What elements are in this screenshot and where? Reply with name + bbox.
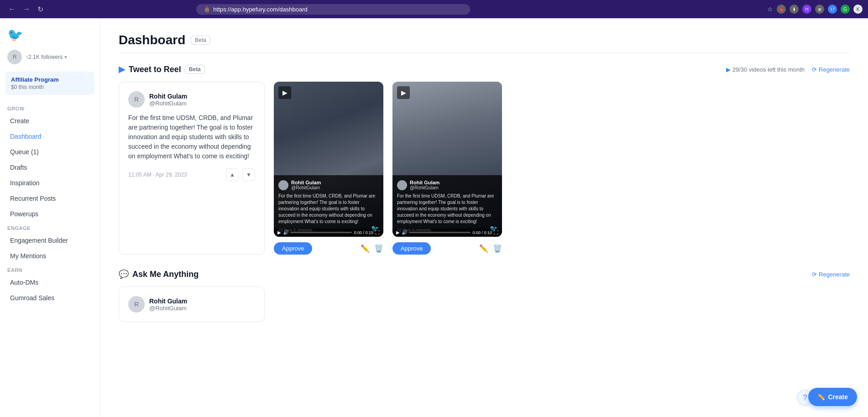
ext-icon-4[interactable]: G xyxy=(841,5,850,14)
video-preview-1: ▶ Rohit Gulam @RohitGulam For the first … xyxy=(274,82,383,237)
sidebar-item-recurrent-posts[interactable]: Recurrent Posts xyxy=(3,191,97,206)
tweet-body: For the first time UDSM, CRDB, and Pluma… xyxy=(128,113,255,161)
bookmark-ext-icon[interactable]: 🔖 xyxy=(777,5,786,14)
video-actions-1: Approve ✏️ 🗑️ xyxy=(274,242,383,255)
sidebar-item-inspiration[interactable]: Inspiration xyxy=(3,176,97,190)
video-actions-2: Approve ✏️ 🗑️ xyxy=(392,242,502,255)
affiliate-card[interactable]: Affiliate Program $0 this month xyxy=(5,72,94,95)
ask-icon: 💬 xyxy=(119,269,129,279)
approve-button-1[interactable]: Approve xyxy=(274,242,312,255)
url-text: https://app.hypefury.com/dashboard xyxy=(213,6,307,13)
video-card-1: ▶ Rohit Gulam @RohitGulam For the first … xyxy=(274,82,383,255)
download-ext-icon[interactable]: ⬇ xyxy=(790,5,799,14)
app-layout: 🐦 R ↑2.1K followers ▾ Affiliate Program … xyxy=(0,18,868,417)
ext-icon-2[interactable]: ⊕ xyxy=(815,5,824,14)
user-followers: ↑2.1K followers ▾ xyxy=(26,54,67,60)
ask-me-anything-section: 💬 Ask Me Anything ⟳ Regenerate R Rohit G… xyxy=(119,269,850,322)
sidebar-item-drafts-label: Drafts xyxy=(10,164,27,171)
chevron-down-button[interactable]: ▼ xyxy=(242,168,255,181)
refresh-button[interactable]: ↻ xyxy=(35,4,46,15)
progress-bar-2 xyxy=(409,232,471,233)
tweet-author-name: Rohit Gulam xyxy=(149,93,187,100)
play-icon-2[interactable]: ▶ xyxy=(397,86,410,99)
sidebar-item-powerups[interactable]: Powerups xyxy=(3,207,97,221)
help-icon: ? xyxy=(803,394,807,402)
play-ctrl-icon-2[interactable]: ▶ xyxy=(396,230,400,235)
video-card-2: ▶ Rohit Gulam @RohitGulam For the first … xyxy=(392,82,502,255)
tweet-to-reel-header: ▶ Tweet to Reel Beta ▶ 29/30 videos left… xyxy=(119,64,850,74)
affiliate-subtitle: $0 this month xyxy=(11,84,89,90)
video-avatar-1 xyxy=(278,180,288,190)
star-icon[interactable]: ☆ xyxy=(767,5,773,13)
video-overlay-1: Rohit Gulam @RohitGulam For the first ti… xyxy=(274,175,383,237)
ext-icon-3[interactable]: 17 xyxy=(828,5,837,14)
ext-icon-5[interactable]: K xyxy=(853,5,863,14)
tweet-timestamp: 11:05 AM · Apr 29, 2023 ▲ ▼ xyxy=(128,168,255,181)
tweet-source-card: R Rohit Gulam @RohitGulam For the first … xyxy=(119,82,265,255)
fullscreen-icon-1[interactable]: ⛶ xyxy=(375,230,380,235)
video-author-2: Rohit Gulam xyxy=(410,180,439,185)
user-info[interactable]: R ↑2.1K followers ▾ xyxy=(0,50,100,72)
sidebar-item-engagement-builder[interactable]: Engagement Builder xyxy=(3,233,97,248)
browser-nav: ← → ↻ xyxy=(5,4,46,15)
tweet-to-reel-label: Tweet to Reel xyxy=(129,65,181,74)
delete-icon-1[interactable]: 🗑️ xyxy=(374,244,383,253)
video-preview-2: ▶ Rohit Gulam @RohitGulam For the first … xyxy=(392,82,502,237)
tweet-author-handle: @RohitGulam xyxy=(149,100,187,107)
earn-section-label: EARN xyxy=(0,264,100,275)
create-icon: ✏️ xyxy=(817,393,825,401)
url-bar[interactable]: 🔒 https://app.hypefury.com/dashboard xyxy=(196,4,470,15)
video-icon-actions-1: ✏️ 🗑️ xyxy=(361,244,383,253)
grow-section-label: GROW xyxy=(0,102,100,113)
sidebar-logo: 🐦 xyxy=(0,24,100,50)
video-handle-2: @RohitGulam xyxy=(410,185,439,190)
ask-tweet-card: R Rohit Gulam @RohitGulam xyxy=(119,287,265,322)
regenerate-label: Regenerate xyxy=(819,66,850,73)
sidebar: 🐦 R ↑2.1K followers ▾ Affiliate Program … xyxy=(0,18,100,417)
tweet-time-text: 11:05 AM · Apr 29, 2023 xyxy=(128,172,187,178)
sidebar-item-gumroad-sales-label: Gumroad Sales xyxy=(10,294,54,302)
avatar: R xyxy=(7,50,22,64)
tweet-card-header: R Rohit Gulam @RohitGulam xyxy=(128,91,255,108)
video-tweet-header-1: Rohit Gulam @RohitGulam xyxy=(278,180,379,190)
ask-tweet-author: Rohit Gulam xyxy=(149,297,187,305)
engage-section-label: ENGAGE xyxy=(0,222,100,233)
edit-icon-2[interactable]: ✏️ xyxy=(479,244,488,253)
tweet-chevrons[interactable]: ▲ ▼ xyxy=(226,168,255,181)
ask-me-anything-title: 💬 Ask Me Anything xyxy=(119,269,199,279)
chevron-up-button[interactable]: ▲ xyxy=(226,168,239,181)
video-tweet-header-2: Rohit Gulam @RohitGulam xyxy=(397,180,497,190)
play-ctrl-icon-1[interactable]: ▶ xyxy=(277,230,281,235)
ask-regenerate-button[interactable]: ⟳ Regenerate xyxy=(812,271,850,278)
video-controls-2: ▶ 🔊 0:00 / 0:10 ⛶ xyxy=(392,228,502,237)
sidebar-item-dashboard-label: Dashboard xyxy=(10,133,42,140)
sidebar-item-auto-dms-label: Auto-DMs xyxy=(10,279,38,286)
ext-icon-1[interactable]: H xyxy=(802,5,811,14)
play-icon-1[interactable]: ▶ xyxy=(278,86,291,99)
tweet-to-reel-section: ▶ Tweet to Reel Beta ▶ 29/30 videos left… xyxy=(119,64,850,255)
back-button[interactable]: ← xyxy=(5,4,18,15)
volume-icon-1[interactable]: 🔊 xyxy=(283,230,288,235)
delete-icon-2[interactable]: 🗑️ xyxy=(493,244,502,253)
sidebar-item-queue[interactable]: Queue (1) xyxy=(3,145,97,159)
sidebar-item-my-mentions-label: My Mentions xyxy=(10,252,46,260)
edit-icon-1[interactable]: ✏️ xyxy=(361,244,370,253)
sidebar-item-my-mentions[interactable]: My Mentions xyxy=(3,249,97,263)
sidebar-item-create[interactable]: Create xyxy=(3,114,97,128)
fullscreen-icon-2[interactable]: ⛶ xyxy=(494,230,498,235)
volume-icon-2[interactable]: 🔊 xyxy=(402,230,407,235)
sidebar-item-gumroad-sales[interactable]: Gumroad Sales xyxy=(3,291,97,305)
page-title: Dashboard xyxy=(119,33,185,47)
sidebar-item-dashboard[interactable]: Dashboard xyxy=(3,129,97,144)
create-button[interactable]: ✏️ Create xyxy=(808,388,857,406)
browser-extensions: ☆ 🔖 ⬇ H ⊕ 17 G K xyxy=(767,5,863,14)
sidebar-item-drafts[interactable]: Drafts xyxy=(3,160,97,175)
sidebar-item-auto-dms[interactable]: Auto-DMs xyxy=(3,275,97,290)
ask-tweet-handle: @RohitGulam xyxy=(149,305,187,312)
approve-button-2[interactable]: Approve xyxy=(392,242,431,255)
forward-button[interactable]: → xyxy=(20,4,33,15)
ask-me-anything-label: Ask Me Anything xyxy=(132,270,199,279)
affiliate-title: Affiliate Program xyxy=(11,76,89,83)
tweet-to-reel-cards: R Rohit Gulam @RohitGulam For the first … xyxy=(119,82,850,255)
regenerate-button[interactable]: ⟳ Regenerate xyxy=(812,66,850,73)
